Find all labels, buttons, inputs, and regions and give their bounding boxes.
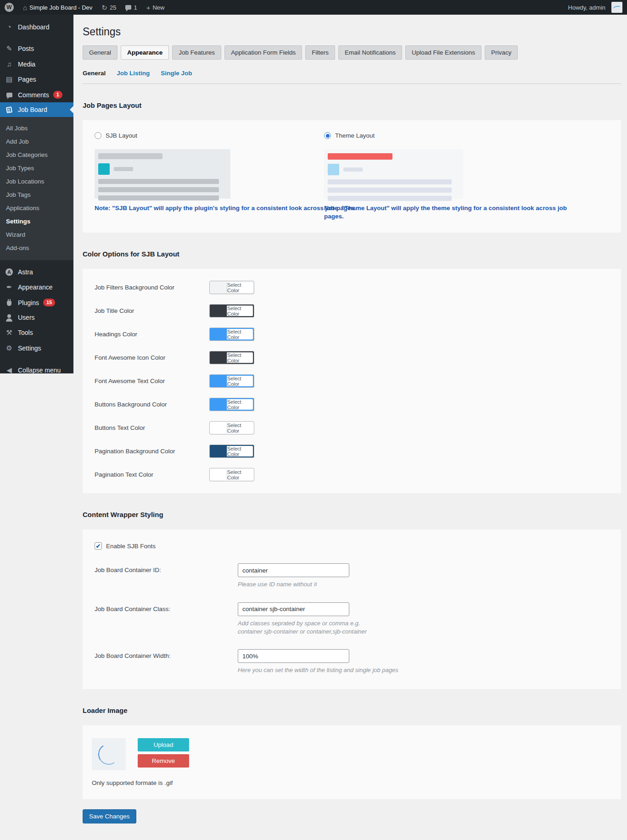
content-wrapper-card: ✔ Enable SJB Fonts Job Board Container I… bbox=[83, 529, 621, 689]
container-width-hint: Here you can set the width of the listin… bbox=[238, 666, 431, 674]
theme-layout-radio[interactable] bbox=[324, 132, 331, 139]
tab-application-form-fields[interactable]: Application Form Fields bbox=[224, 45, 302, 60]
sidebar-item-comments[interactable]: Comments 1 bbox=[0, 87, 73, 102]
subtab-general[interactable]: General bbox=[83, 70, 106, 77]
select-color-label: Select Color bbox=[227, 282, 253, 293]
theme-layout-option[interactable]: Theme Layout bbox=[324, 132, 612, 139]
sidebar-item-posts[interactable]: ✎ Posts bbox=[0, 41, 73, 56]
section-heading-job-pages-layout: Job Pages Layout bbox=[83, 101, 621, 109]
appearance-subtabs: General Job Listing Single Job bbox=[83, 70, 621, 77]
sjb-layout-radio[interactable] bbox=[95, 132, 101, 139]
color-row-label: Job Title Color bbox=[95, 307, 209, 314]
tab-upload-file-extensions[interactable]: Upload File Extensions bbox=[405, 45, 481, 60]
pagination-text-color-button[interactable]: Select Color bbox=[209, 468, 254, 481]
sidebar-item-astra[interactable]: A Astra bbox=[0, 265, 73, 279]
active-menu-arrow bbox=[70, 106, 73, 113]
enable-sjb-fonts-option[interactable]: ✔ Enable SJB Fonts bbox=[95, 542, 621, 550]
sidebar-item-appearance[interactable]: ✒ Appearance bbox=[0, 279, 73, 295]
sidebar-item-media[interactable]: ♫ Media bbox=[0, 56, 73, 72]
sidebar-item-pages[interactable]: ▤ Pages bbox=[0, 72, 73, 87]
submenu-item-job-tags[interactable]: Job Tags bbox=[0, 188, 73, 201]
submenu-item-job-categories[interactable]: Job Categories bbox=[0, 148, 73, 161]
fa-text-color-button[interactable]: Select Color bbox=[209, 374, 254, 388]
preview-bar bbox=[114, 167, 133, 171]
subtab-single-job[interactable]: Single Job bbox=[161, 70, 192, 77]
job-title-color-button[interactable]: Select Color bbox=[209, 304, 254, 317]
admin-sidebar: ◔ Dashboard ✎ Posts ♫ Media ▤ Pages Comm… bbox=[0, 15, 73, 373]
subtab-job-listing[interactable]: Job Listing bbox=[117, 70, 150, 77]
new-content-link[interactable]: + New bbox=[142, 0, 169, 15]
job-board-submenu: All Jobs Add Job Job Categories Job Type… bbox=[0, 117, 73, 260]
fa-icon-color-button[interactable]: Select Color bbox=[209, 351, 254, 364]
sidebar-item-job-board[interactable]: Job Board bbox=[0, 102, 73, 117]
tab-general[interactable]: General bbox=[83, 45, 118, 60]
howdy-account-link[interactable]: Howdy, admin bbox=[564, 0, 627, 15]
pagination-bg-color-button[interactable]: Select Color bbox=[209, 445, 254, 458]
sidebar-item-label: Astra bbox=[18, 268, 33, 276]
comments-link[interactable]: 1 bbox=[121, 0, 141, 15]
submenu-item-settings[interactable]: Settings bbox=[0, 215, 73, 228]
color-row: Buttons Background Color Select Color bbox=[95, 398, 621, 411]
buttons-text-color-button[interactable]: Select Color bbox=[209, 421, 254, 434]
submenu-item-applications[interactable]: Applications bbox=[0, 201, 73, 215]
container-id-input[interactable] bbox=[238, 563, 349, 577]
sidebar-item-label: Comments bbox=[18, 91, 49, 99]
tab-appearance[interactable]: Appearance bbox=[121, 45, 169, 60]
container-id-hint: Please use ID name without # bbox=[238, 580, 431, 589]
sjb-layout-column: SJB Layout Note: "SJB Layout" will apply… bbox=[83, 132, 324, 221]
tab-privacy[interactable]: Privacy bbox=[485, 45, 518, 60]
sidebar-item-users[interactable]: Users bbox=[0, 310, 73, 325]
container-class-row: Job Board Container Class: Add classes s… bbox=[95, 602, 621, 635]
comment-bubble-icon bbox=[125, 5, 131, 10]
remove-button[interactable]: Remove bbox=[138, 754, 189, 768]
updates-link[interactable]: ↻ 25 bbox=[97, 0, 121, 15]
select-color-label: Select Color bbox=[227, 469, 253, 480]
comments-icon bbox=[5, 93, 14, 97]
sidebar-item-collapse-menu[interactable]: ◀ Collapse menu bbox=[0, 362, 73, 378]
preview-thumb bbox=[98, 163, 110, 175]
job-board-icon bbox=[5, 107, 14, 113]
loader-image-card: Upload Remove Only supported formate is … bbox=[83, 725, 621, 799]
color-row-label: Pagination Background Color bbox=[95, 448, 209, 455]
posts-icon: ✎ bbox=[5, 45, 14, 53]
upload-button[interactable]: Upload bbox=[138, 738, 189, 751]
tab-job-features[interactable]: Job Features bbox=[172, 45, 221, 60]
submenu-item-wizard[interactable]: Wizard bbox=[0, 228, 73, 241]
admin-bar: W ⌂ Simple Job Board - Dev ↻ 25 1 + New … bbox=[0, 0, 627, 15]
save-changes-button[interactable]: Save Changes bbox=[83, 809, 136, 823]
color-row: Pagination Text Color Select Color bbox=[95, 468, 621, 481]
select-color-label: Select Color bbox=[227, 399, 253, 410]
color-row-label: Font Awesome Icon Color bbox=[95, 354, 209, 361]
container-class-input[interactable] bbox=[238, 602, 349, 616]
collapse-icon: ◀ bbox=[5, 366, 14, 374]
buttons-bg-color-button[interactable]: Select Color bbox=[209, 398, 254, 411]
container-width-input[interactable] bbox=[238, 649, 349, 663]
sidebar-item-tools[interactable]: ⚒ Tools bbox=[0, 325, 73, 340]
submenu-item-addons[interactable]: Add-ons bbox=[0, 241, 73, 255]
submenu-item-all-jobs[interactable]: All Jobs bbox=[0, 122, 73, 135]
sjb-layout-option[interactable]: SJB Layout bbox=[95, 132, 324, 139]
settings-gear-icon: ⚙ bbox=[5, 344, 14, 352]
tools-icon: ⚒ bbox=[5, 328, 14, 337]
submenu-item-add-job[interactable]: Add Job bbox=[0, 135, 73, 148]
site-name-link[interactable]: ⌂ Simple Job Board - Dev bbox=[18, 0, 97, 15]
sidebar-item-dashboard[interactable]: ◔ Dashboard bbox=[0, 19, 73, 34]
tab-filters[interactable]: Filters bbox=[305, 45, 335, 60]
tab-email-notifications[interactable]: Email Notifications bbox=[338, 45, 402, 60]
sidebar-item-label: Plugins bbox=[18, 299, 39, 306]
preview-bar bbox=[328, 188, 452, 193]
preview-bar bbox=[328, 179, 452, 184]
sidebar-item-plugins[interactable]: Plugins 15 bbox=[0, 295, 73, 310]
sidebar-item-settings[interactable]: ⚙ Settings bbox=[0, 340, 73, 356]
enable-sjb-fonts-checkbox[interactable]: ✔ bbox=[95, 542, 102, 550]
sidebar-item-label: Posts bbox=[18, 45, 34, 52]
new-label: New bbox=[152, 4, 164, 11]
wordpress-menu[interactable]: W bbox=[0, 0, 18, 15]
color-row-label: Job Filters Background Color bbox=[95, 284, 209, 291]
job-filters-bg-color-button[interactable]: Select Color bbox=[209, 281, 254, 294]
headings-color-button[interactable]: Select Color bbox=[209, 328, 254, 341]
sidebar-item-label: Media bbox=[18, 61, 35, 68]
submenu-item-job-locations[interactable]: Job Locations bbox=[0, 175, 73, 188]
color-row: Headings Color Select Color bbox=[95, 328, 621, 341]
submenu-item-job-types[interactable]: Job Types bbox=[0, 161, 73, 175]
